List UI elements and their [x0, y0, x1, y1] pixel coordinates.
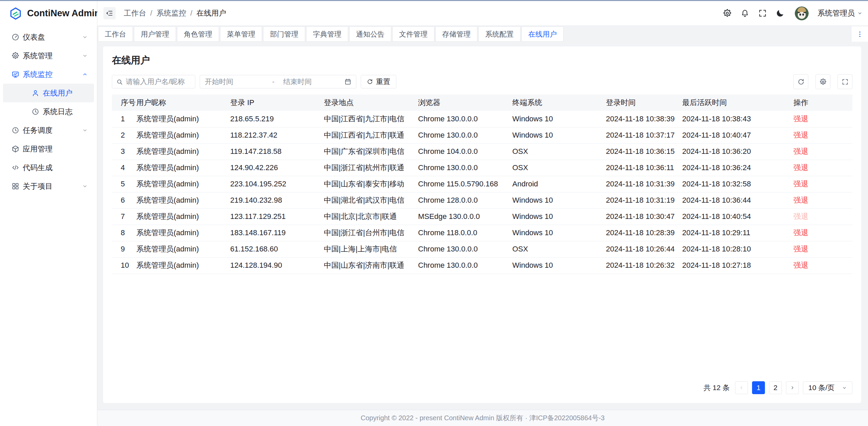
app-logo[interactable]: ContiNew Admin [0, 1, 97, 26]
force-logout-link[interactable]: 强退 [793, 163, 808, 172]
tab-label: 文件管理 [399, 29, 428, 39]
cell-os: Android [512, 176, 606, 192]
user-menu[interactable]: 系统管理员 [817, 8, 863, 18]
pagination-page-1[interactable]: 1 [752, 381, 765, 394]
refresh-icon [367, 79, 373, 85]
tab-storage-management[interactable]: 存储管理 [435, 26, 477, 42]
tab-menu-management[interactable]: 菜单管理 [220, 26, 262, 42]
page-number: 2 [773, 384, 777, 392]
chevron-icon [82, 109, 88, 115]
pagination-next-button[interactable] [786, 381, 799, 394]
cell-last-active: 2024-11-18 10:40:54 [682, 208, 793, 225]
page-size-label: 10 条/页 [808, 383, 834, 392]
sidebar-item-icon [32, 89, 39, 97]
end-time-input[interactable] [283, 78, 342, 86]
tab-user-management[interactable]: 用户管理 [134, 26, 176, 42]
cell-last-active: 2024-11-18 10:36:24 [682, 160, 793, 176]
force-logout-link[interactable]: 强退 [793, 245, 808, 253]
reset-button[interactable]: 重置 [361, 75, 396, 88]
avatar[interactable] [795, 6, 809, 20]
table-row: 8 系统管理员(admin) 183.148.167.119 中国|浙江省|台州… [112, 225, 852, 241]
sidebar-item-icon [12, 164, 19, 171]
sidebar-item-system-management[interactable]: 系统管理 [3, 46, 94, 65]
tab-role-management[interactable]: 角色管理 [177, 26, 219, 42]
cell-ip: 218.65.5.219 [230, 111, 324, 127]
sidebar-item-about-project[interactable]: 关于项目 [3, 177, 94, 196]
column-header-os: 终端系统 [512, 95, 606, 111]
cell-browser: Chrome 130.0.0.0 [418, 241, 512, 257]
sidebar-item-online-users[interactable]: 在线用户 [3, 84, 94, 102]
cell-last-active: 2024-11-18 10:38:43 [682, 111, 793, 127]
cell-index: 3 [112, 143, 136, 160]
force-logout-link[interactable]: 强退 [793, 196, 808, 204]
table-fullscreen-button[interactable] [837, 74, 852, 89]
chevron-icon [82, 127, 88, 133]
force-logout-link[interactable]: 强退 [793, 180, 808, 188]
cell-index: 6 [112, 192, 136, 208]
pagination-page-2[interactable]: 2 [769, 381, 782, 394]
sidebar-item-label: 仪表盘 [23, 32, 45, 42]
brand-hexagon-icon [9, 7, 22, 20]
tab-online-users[interactable]: 在线用户 [521, 26, 564, 42]
sidebar-item-code-generation[interactable]: 代码生成 [3, 158, 94, 177]
start-time-input[interactable] [205, 78, 263, 86]
tab-file-management[interactable]: 文件管理 [392, 26, 434, 42]
tab-dict-management[interactable]: 字典管理 [306, 26, 348, 42]
cell-last-active: 2024-11-18 10:28:10 [682, 241, 793, 257]
online-users-card: 在线用户 - 重置 [103, 46, 861, 403]
chevron-icon [82, 146, 88, 152]
cell-login-time: 2024-11-18 10:36:15 [606, 143, 682, 160]
cell-location: 中国|浙江省|杭州市|联通 [324, 160, 418, 176]
collapse-sidebar-button[interactable] [103, 7, 116, 19]
table-settings-button[interactable] [815, 74, 830, 89]
breadcrumb-item-system-monitor[interactable]: 系统监控 [156, 8, 186, 18]
sidebar-item-task-scheduler[interactable]: 任务调度 [3, 121, 94, 140]
chevron-icon [82, 165, 88, 170]
column-header-location: 登录地点 [324, 95, 418, 111]
notifications-bell-icon[interactable] [741, 9, 749, 18]
force-logout-link[interactable]: 强退 [793, 212, 808, 221]
force-logout-link[interactable]: 强退 [793, 228, 808, 237]
refresh-table-button[interactable] [793, 74, 808, 89]
cell-last-active: 2024-11-18 10:36:20 [682, 143, 793, 160]
force-logout-link[interactable]: 强退 [793, 147, 808, 156]
cell-ip: 124.128.194.90 [230, 257, 324, 273]
tab-system-config[interactable]: 系统配置 [478, 26, 520, 42]
breadcrumb-item-workbench[interactable]: 工作台 [124, 8, 146, 18]
column-header-last-active: 最后活跃时间 [682, 95, 793, 111]
settings-icon[interactable] [723, 9, 732, 18]
tab-workbench[interactable]: 工作台 [98, 26, 133, 42]
sidebar-item-label: 系统监控 [23, 69, 53, 80]
dark-mode-moon-icon[interactable] [776, 9, 785, 18]
force-logout-link[interactable]: 强退 [793, 115, 808, 123]
cell-last-active: 2024-11-18 10:27:18 [682, 257, 793, 273]
force-logout-link[interactable]: 强退 [793, 131, 808, 139]
sidebar-item-system-monitor[interactable]: 系统监控 [3, 65, 94, 84]
tab-more-button[interactable] [851, 26, 868, 42]
sidebar-item-dashboard[interactable]: 仪表盘 [3, 28, 94, 46]
tab-notice[interactable]: 通知公告 [349, 26, 391, 42]
chevron-icon [82, 183, 88, 189]
page-size-select[interactable]: 10 条/页 [803, 381, 852, 394]
force-logout-link[interactable]: 强退 [793, 261, 808, 269]
column-header-browser: 浏览器 [418, 95, 512, 111]
tab-label: 系统配置 [485, 29, 514, 39]
pagination-prev-button[interactable] [735, 381, 748, 394]
cell-nickname: 系统管理员(admin) [136, 192, 230, 208]
breadcrumb: 工作台 / 系统监控 / 在线用户 [124, 8, 226, 18]
sidebar-item-app-management[interactable]: 应用管理 [3, 140, 94, 158]
fullscreen-icon[interactable] [758, 9, 767, 18]
fullscreen-icon [842, 78, 849, 85]
breadcrumb-separator: / [190, 9, 192, 18]
sidebar-item-label: 系统日志 [43, 107, 73, 117]
sidebar-item-system-logs[interactable]: 系统日志 [3, 102, 94, 121]
sidebar-item-icon [32, 108, 39, 116]
cell-os: OSX [512, 143, 606, 160]
search-input[interactable] [126, 78, 191, 86]
sidebar-item-label: 系统管理 [23, 51, 53, 61]
cell-location: 中国|上海|上海市|电信 [324, 241, 418, 257]
pagination: 共 12 条 1 2 [112, 374, 852, 403]
tab-department-management[interactable]: 部门管理 [263, 26, 305, 42]
cell-nickname: 系统管理员(admin) [136, 225, 230, 241]
search-box [112, 75, 195, 88]
